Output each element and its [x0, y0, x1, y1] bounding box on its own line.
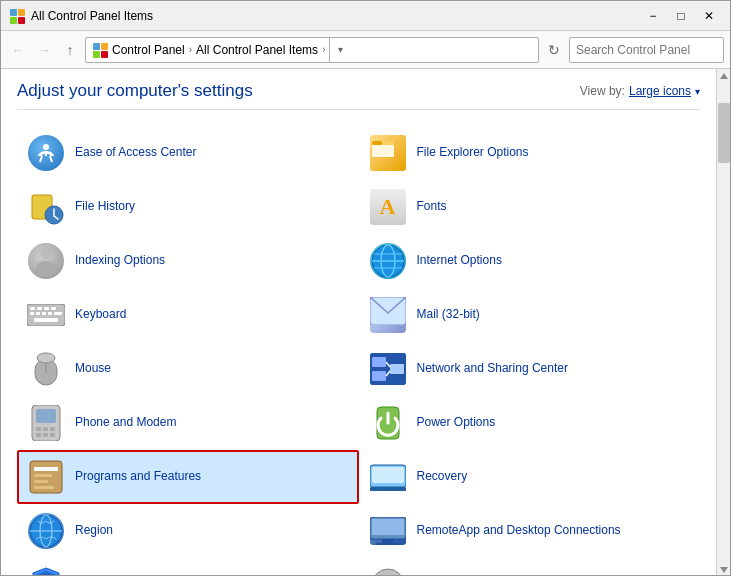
svg-rect-4	[93, 43, 100, 50]
svg-rect-58	[34, 474, 52, 477]
address-path[interactable]: Control Panel › All Control Panel Items …	[85, 37, 539, 63]
fonts-icon: A	[369, 188, 407, 226]
item-file-explorer[interactable]: File Explorer Options	[359, 126, 701, 180]
mail-label: Mail (32-bit)	[417, 307, 480, 323]
svg-rect-15	[372, 145, 394, 157]
refresh-button[interactable]: ↻	[543, 37, 565, 63]
item-indexing[interactable]: Indexing Options	[17, 234, 359, 288]
remote-label: RemoteApp and Desktop Connections	[417, 523, 621, 539]
viewby-label: View by:	[580, 84, 625, 98]
svg-rect-3	[18, 17, 25, 24]
svg-rect-57	[34, 467, 58, 471]
svg-rect-49	[43, 427, 48, 431]
svg-rect-70	[376, 543, 400, 545]
svg-rect-32	[42, 312, 46, 315]
svg-rect-29	[51, 307, 56, 310]
svg-rect-27	[37, 307, 42, 310]
svg-rect-7	[101, 51, 108, 58]
file-history-label: File History	[75, 199, 135, 215]
svg-rect-39	[37, 353, 55, 363]
main-panel: Adjust your computer's settings View by:…	[1, 69, 716, 576]
maximize-button[interactable]: □	[668, 5, 694, 27]
item-network[interactable]: Network and Sharing Center	[359, 342, 701, 396]
scrollbar[interactable]	[716, 69, 730, 576]
file-history-icon	[27, 188, 65, 226]
svg-rect-52	[43, 433, 48, 437]
programs-icon	[27, 458, 65, 496]
item-power[interactable]: Power Options	[359, 396, 701, 450]
item-programs[interactable]: Programs and Features	[17, 450, 359, 504]
svg-rect-28	[44, 307, 49, 310]
indexing-icon	[27, 242, 65, 280]
items-grid: Ease of Access Center File Explorer Opti…	[17, 126, 700, 576]
viewby-control[interactable]: View by: Large icons ▾	[580, 84, 700, 98]
titlebar: All Control Panel Items − □ ✕	[1, 1, 730, 31]
svg-rect-42	[372, 371, 386, 381]
file-explorer-icon	[369, 134, 407, 172]
power-label: Power Options	[417, 415, 496, 431]
search-input[interactable]	[570, 43, 724, 57]
breadcrumb-control-panel[interactable]: Control Panel	[112, 43, 185, 57]
ease-access-icon	[27, 134, 65, 172]
item-fonts[interactable]: A Fonts	[359, 180, 701, 234]
svg-line-9	[40, 156, 42, 162]
item-region[interactable]: Region	[17, 504, 359, 558]
indexing-label: Indexing Options	[75, 253, 165, 269]
up-button[interactable]: ↑	[59, 39, 81, 61]
item-ease-access[interactable]: Ease of Access Center	[17, 126, 359, 180]
svg-line-10	[50, 156, 52, 162]
remote-icon	[369, 512, 407, 550]
network-icon	[369, 350, 407, 388]
svg-rect-68	[372, 519, 404, 535]
address-dropdown[interactable]: ▾	[329, 37, 351, 63]
item-remote[interactable]: RemoteApp and Desktop Connections	[359, 504, 701, 558]
svg-rect-63	[370, 487, 406, 491]
svg-rect-62	[372, 467, 404, 483]
svg-rect-26	[30, 307, 35, 310]
svg-point-19	[36, 261, 56, 277]
svg-rect-14	[372, 141, 382, 145]
breadcrumb-all-items[interactable]: All Control Panel Items	[196, 43, 318, 57]
svg-rect-5	[101, 43, 108, 50]
item-internet[interactable]: Internet Options	[359, 234, 701, 288]
item-keyboard[interactable]: Keyboard	[17, 288, 359, 342]
item-phone[interactable]: Phone and Modem	[17, 396, 359, 450]
item-recovery[interactable]: Recovery	[359, 450, 701, 504]
svg-rect-50	[50, 427, 55, 431]
item-mail[interactable]: Mail (32-bit)	[359, 288, 701, 342]
back-button[interactable]: ←	[7, 39, 29, 61]
svg-point-18	[40, 247, 52, 259]
item-file-history[interactable]: File History	[17, 180, 359, 234]
app-icon	[9, 8, 25, 24]
phone-label: Phone and Modem	[75, 415, 176, 431]
window-controls: − □ ✕	[640, 5, 722, 27]
svg-rect-43	[390, 364, 404, 374]
page-title: Adjust your computer's settings	[17, 81, 253, 101]
item-security[interactable]: Security and Maintenance	[17, 558, 359, 576]
minimize-button[interactable]: −	[640, 5, 666, 27]
scroll-thumb[interactable]	[718, 103, 730, 163]
item-mouse[interactable]: Mouse	[17, 342, 359, 396]
viewby-chevron-icon[interactable]: ▾	[695, 86, 700, 97]
programs-label: Programs and Features	[75, 469, 201, 485]
sound-icon	[369, 566, 407, 576]
header-row: Adjust your computer's settings View by:…	[17, 81, 700, 110]
mail-icon	[369, 296, 407, 334]
close-button[interactable]: ✕	[696, 5, 722, 27]
fonts-label: Fonts	[417, 199, 447, 215]
recovery-label: Recovery	[417, 469, 468, 485]
phone-icon	[27, 404, 65, 442]
ease-access-label: Ease of Access Center	[75, 145, 196, 161]
svg-rect-51	[36, 433, 41, 437]
addressbar: ← → ↑ Control Panel › All Control Panel …	[1, 31, 730, 69]
svg-rect-41	[372, 357, 386, 367]
svg-rect-33	[48, 312, 52, 315]
svg-rect-53	[50, 433, 55, 437]
svg-rect-34	[54, 312, 62, 315]
svg-rect-2	[10, 17, 17, 24]
svg-rect-0	[10, 9, 17, 16]
forward-button[interactable]: →	[33, 39, 55, 61]
item-sound[interactable]: Sound	[359, 558, 701, 576]
viewby-value[interactable]: Large icons	[629, 84, 691, 98]
power-icon	[369, 404, 407, 442]
